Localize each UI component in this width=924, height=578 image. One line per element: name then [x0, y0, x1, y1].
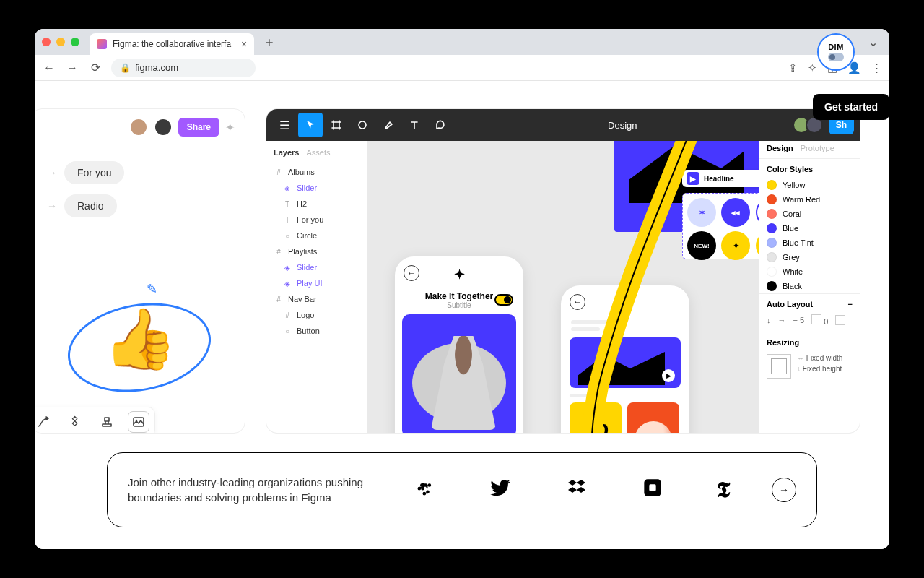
figjam-share-button[interactable]: Share — [178, 118, 219, 137]
phone-toggle[interactable] — [494, 294, 513, 306]
page-content: Get started Share ✦ → For you → Radio — [35, 81, 889, 549]
color-style-row[interactable]: Blue Tint — [759, 236, 860, 250]
layer-item[interactable]: #Playlists — [266, 243, 367, 259]
gap-control[interactable]: ≡ 5 — [793, 316, 805, 324]
color-style-row[interactable]: Coral — [759, 207, 860, 221]
play-button-icon[interactable]: ▶ — [662, 369, 675, 382]
tab-prototype[interactable]: Prototype — [801, 144, 834, 152]
remove-auto-layout-button[interactable]: − — [848, 300, 853, 309]
move-tool-button[interactable] — [298, 113, 323, 137]
frame-layer-icon: # — [275, 296, 282, 303]
layer-item[interactable]: #Logo — [266, 307, 367, 323]
direction-right-icon[interactable]: → — [778, 316, 786, 324]
connector-tool-icon[interactable] — [35, 412, 53, 432]
layer-item[interactable]: ◈Slider — [266, 259, 367, 275]
dropbox-logo-icon — [566, 477, 588, 504]
image-tool-icon[interactable] — [128, 412, 149, 432]
component-layer-icon: ◈ — [284, 264, 291, 271]
window-controls — [42, 38, 79, 46]
url-field[interactable]: 🔒 figma.com — [111, 59, 256, 77]
color-style-row[interactable]: Blue — [759, 221, 860, 236]
layer-item[interactable]: TFor you — [266, 212, 367, 228]
alignment-control[interactable] — [835, 315, 845, 325]
layer-label: Slider — [297, 184, 317, 192]
color-styles-title: Color Styles — [759, 159, 860, 178]
color-style-row[interactable]: Black — [759, 279, 860, 293]
resizing-height[interactable]: Fixed height — [797, 365, 842, 373]
tab-strip-chevron-icon[interactable]: ⌄ — [868, 35, 882, 49]
main-menu-button[interactable] — [272, 113, 297, 137]
badge-variants-selection[interactable]: ✶ ◂◂ NEW! ✦ ☀ — [682, 193, 759, 259]
stamp-tool-icon[interactable] — [97, 412, 117, 432]
nav-back-button[interactable]: ← — [42, 61, 56, 74]
collaborator-avatar-1[interactable] — [129, 118, 148, 137]
tab-design[interactable]: Design — [767, 144, 793, 152]
comment-tool-button[interactable] — [428, 113, 453, 137]
new-tab-button[interactable]: ＋ — [260, 33, 279, 51]
proof-text: Join other industry-leading organization… — [128, 475, 373, 505]
editor-canvas[interactable]: ▶ Headline ✶ ◂◂ NEW! ✦ ☀ ← ✦ Make It Tog… — [367, 141, 759, 433]
shape-layer-icon: ○ — [284, 232, 291, 239]
document-title[interactable]: Design — [454, 120, 791, 131]
layer-item[interactable]: ◈Slider — [266, 180, 367, 196]
component-layer-icon: ◈ — [284, 184, 291, 191]
tab-strip: Figma: the collaborative interfa × ＋ ⌄ — [35, 29, 889, 55]
layer-item[interactable]: #Nav Bar — [266, 291, 367, 307]
url-text: figma.com — [135, 62, 178, 73]
resizing-width[interactable]: Fixed width — [797, 354, 842, 362]
tab-assets[interactable]: Assets — [306, 148, 330, 157]
tab-layers[interactable]: Layers — [274, 148, 299, 157]
layer-item[interactable]: TH2 — [266, 196, 367, 212]
window-close-button[interactable] — [42, 38, 51, 46]
phone-back-button[interactable]: ← — [570, 294, 585, 310]
layer-item[interactable]: #Albums — [266, 164, 367, 180]
color-name: Black — [783, 282, 802, 290]
slack-logo-icon — [415, 478, 435, 503]
get-started-button[interactable]: Get started — [813, 94, 889, 120]
layer-item[interactable]: ○Button — [266, 323, 367, 339]
direction-down-icon[interactable]: ↓ — [767, 316, 771, 324]
dim-toggle[interactable] — [828, 53, 844, 61]
proof-next-button[interactable]: → — [772, 478, 796, 502]
square-logo-icon — [642, 478, 663, 503]
color-style-row[interactable]: Grey — [759, 250, 860, 264]
nav-forward-button[interactable]: → — [65, 61, 79, 74]
nav-reload-button[interactable]: ⟳ — [88, 61, 103, 74]
badge-star-icon: ✶ — [687, 198, 716, 227]
frame-layer-icon: # — [275, 168, 282, 176]
layer-item[interactable]: ◈Play UI — [266, 275, 367, 291]
frame-layer-icon: # — [284, 311, 291, 319]
layer-label: Play UI — [297, 279, 322, 288]
tab-close-button[interactable]: × — [241, 38, 247, 50]
color-style-row[interactable]: Warm Red — [759, 192, 860, 207]
pen-tool-button[interactable] — [376, 113, 401, 137]
text-tool-button[interactable] — [402, 113, 427, 137]
chip-for-you[interactable]: For you — [64, 161, 124, 184]
browser-tab[interactable]: Figma: the collaborative interfa × — [90, 33, 254, 55]
window-minimize-button[interactable] — [56, 38, 65, 46]
browser-window: Figma: the collaborative interfa × ＋ ⌄ ←… — [35, 29, 889, 549]
headline-component[interactable]: ▶ Headline — [682, 170, 759, 187]
color-style-row[interactable]: White — [759, 264, 860, 279]
phone-back-button[interactable]: ← — [404, 265, 419, 281]
layers-panel: Layers Assets #Albums◈SliderTH2TFor you○… — [266, 141, 367, 433]
shape-tool-button[interactable] — [350, 113, 375, 137]
color-name: Coral — [783, 210, 801, 218]
chip-radio[interactable]: Radio — [64, 194, 117, 217]
share-page-icon[interactable]: ⇪ — [788, 61, 798, 74]
dim-extension-badge[interactable]: DIM — [817, 33, 855, 71]
window-maximize-button[interactable] — [71, 38, 79, 46]
auto-layout-section: Auto Layout − ↓ → ≡ 5 0 — [759, 293, 860, 332]
color-name: Yellow — [783, 181, 805, 189]
browser-menu-button[interactable]: ⋮ — [871, 61, 882, 74]
frame-tool-button[interactable] — [324, 113, 349, 137]
color-style-row[interactable]: Yellow — [759, 178, 860, 192]
placeholder-line — [570, 394, 606, 397]
widgets-tool-icon[interactable] — [65, 412, 85, 432]
extensions-icon[interactable]: ✧ — [808, 61, 817, 74]
padding-control[interactable]: 0 — [811, 314, 828, 326]
collaborator-avatar-2[interactable] — [154, 118, 173, 137]
resizing-preview[interactable] — [767, 354, 791, 379]
color-swatch — [767, 281, 777, 291]
layer-item[interactable]: ○Circle — [266, 228, 367, 243]
